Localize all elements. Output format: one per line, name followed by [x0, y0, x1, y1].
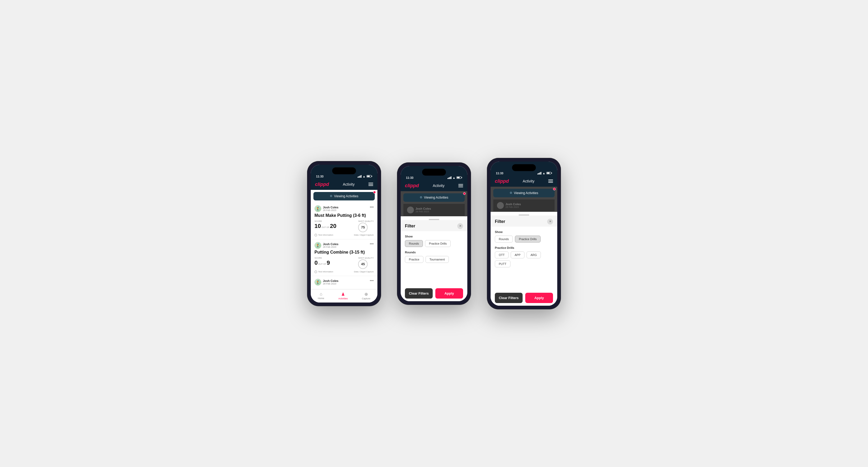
footer-right-1: Data: Clippd Capture: [354, 234, 374, 236]
footer-right-2: Data: Clippd Capture: [354, 271, 374, 273]
scene: 11:33 ▲ clippd: [291, 142, 577, 325]
avatar-1: 🏌: [314, 205, 321, 212]
activity-card-3: 🏌 Josh Coles 28 Feb 2023 •••: [311, 276, 377, 289]
footer-left-2: Test Information: [318, 271, 333, 273]
dynamic-island: [332, 167, 356, 174]
pill-putt-3[interactable]: PUTT: [495, 260, 510, 267]
avatar-figure-1: 🏌: [316, 207, 320, 211]
status-icons-1: ▲: [358, 175, 372, 178]
menu-icon-2[interactable]: [458, 184, 463, 187]
capture-icon: ⊕: [365, 292, 368, 297]
quality-label-1: Shot Quality: [358, 220, 374, 222]
pill-arg-3[interactable]: ARG: [527, 251, 541, 258]
card-title-2: Putting Combine (3-15 ft): [314, 250, 374, 255]
rounds-label-2: Rounds: [405, 251, 463, 254]
nav-title-3: Activity: [523, 179, 534, 183]
user-name-3: Josh Coles: [323, 279, 339, 282]
clear-filters-button-3[interactable]: Clear Filters: [495, 293, 523, 303]
avatar-2: 🏌: [314, 242, 321, 249]
avatar-figure-2: 🏌: [316, 243, 320, 248]
tab-activities[interactable]: ♟ Activities: [338, 292, 348, 300]
pill-rounds-3[interactable]: Rounds: [495, 236, 513, 243]
score-label-1: Score: [314, 220, 336, 222]
more-button-2[interactable]: •••: [370, 242, 374, 246]
quality-badge-1: 75: [358, 223, 368, 232]
pill-ott-3[interactable]: OTT: [495, 251, 508, 258]
close-button-3[interactable]: ✕: [547, 219, 553, 224]
filter-icon-3: ⚙: [509, 191, 512, 195]
card-user-2: 🏌 Josh Coles 28 Feb 2023: [314, 242, 339, 249]
modal-header-2: Filter ✕: [401, 220, 467, 231]
avatar-figure-3: 🏌: [316, 280, 320, 284]
more-button-1[interactable]: •••: [370, 205, 374, 209]
battery-icon-2: [457, 176, 462, 179]
score-value-2: 0: [314, 259, 318, 266]
dynamic-island-3: [512, 164, 536, 171]
notification-dot-2: [463, 192, 466, 195]
activity-card-1: 🏌 Josh Coles 28 Feb 2023 ••• Must Make P…: [311, 203, 377, 239]
banner-text-3: Viewing Activities: [514, 191, 538, 195]
more-button-3[interactable]: •••: [370, 279, 374, 282]
show-label-2: Show: [405, 235, 463, 238]
phone-3: 11:33 ▲ clippd: [487, 158, 561, 309]
apply-button-2[interactable]: Apply: [435, 288, 463, 299]
viewing-banner-1[interactable]: ⚙ Viewing Activities: [313, 192, 375, 200]
avatar-3: 🏌: [314, 279, 321, 286]
pill-rounds-2[interactable]: Rounds: [405, 240, 423, 247]
viewing-banner-3: ⚙ Viewing Activities: [493, 189, 555, 197]
tab-activities-label: Activities: [338, 297, 348, 300]
phone-2: 11:33 ▲ clippd: [397, 162, 471, 305]
wifi-icon-2: ▲: [453, 176, 456, 179]
modal-footer-3: Clear Filters Apply: [491, 293, 557, 303]
time-1: 11:33: [316, 175, 323, 178]
battery-icon-3: [547, 172, 552, 174]
signal-icon: [358, 175, 362, 178]
logo-3: clippd: [495, 179, 509, 184]
menu-icon-1[interactable]: [368, 183, 373, 186]
nav-bar-3: clippd Activity: [491, 176, 557, 187]
menu-icon-3[interactable]: [548, 180, 553, 183]
card-user-3: 🏌 Josh Coles 28 Feb 2023: [314, 279, 339, 286]
drill-options-3: OTT APP ARG PUTT: [495, 251, 553, 267]
nav-bar-1: clippd Activity: [311, 180, 377, 190]
pill-practice-2[interactable]: Practice: [405, 256, 424, 263]
user-name-1: Josh Coles: [323, 206, 339, 209]
filter-icon-2: ⚙: [420, 196, 422, 199]
filter-title-3: Filter: [495, 219, 505, 224]
pill-practice-drills-2[interactable]: Practice Drills: [425, 240, 451, 247]
nav-bar-2: clippd Activity: [401, 181, 467, 191]
drills-label-3: Practice Drills: [495, 246, 553, 249]
show-options-3: Rounds Practice Drills: [495, 236, 553, 243]
user-name-2: Josh Coles: [323, 243, 339, 246]
card-user-1: 🏌 Josh Coles 28 Feb 2023: [314, 205, 339, 212]
score-label-2: Score: [314, 257, 330, 259]
notification-dot-3: [553, 188, 556, 190]
nav-title-1: Activity: [343, 182, 354, 186]
pill-practice-drills-3[interactable]: Practice Drills: [515, 236, 540, 243]
filter-icon-1: ⚙: [330, 194, 333, 198]
quality-badge-2: 45: [358, 259, 368, 269]
time-2: 11:33: [406, 176, 413, 179]
tab-capture[interactable]: ⊕ Capture: [362, 292, 370, 300]
modal-header-3: Filter ✕: [491, 216, 557, 227]
user-date-1: 28 Feb 2023: [323, 209, 339, 212]
pill-tournament-2[interactable]: Tournament: [426, 256, 449, 263]
filter-sheet-2: Filter ✕ Show Rounds Practice Drills Rou…: [401, 219, 467, 301]
quality-label-2: Shot Quality: [358, 257, 374, 259]
user-date-3: 28 Feb 2023: [323, 282, 339, 285]
nav-title-2: Activity: [433, 184, 444, 188]
pill-app-3[interactable]: APP: [511, 251, 524, 258]
tab-home[interactable]: ⌂ Home: [318, 292, 324, 300]
tab-bar-1: ⌂ Home ♟ Activities ⊕ Capture: [311, 289, 377, 303]
apply-button-3[interactable]: Apply: [525, 293, 553, 303]
wifi-icon-3: ▲: [542, 172, 545, 175]
close-button-2[interactable]: ✕: [457, 223, 463, 229]
activities-icon: ♟: [341, 292, 345, 297]
wifi-icon: ▲: [363, 175, 366, 178]
clear-filters-button-2[interactable]: Clear Filters: [405, 288, 433, 299]
status-icons-2: ▲: [447, 176, 462, 179]
activity-card-2: 🏌 Josh Coles 28 Feb 2023 ••• Putting Com…: [311, 239, 377, 276]
modal-footer-2: Clear Filters Apply: [401, 288, 467, 299]
activities-list: 🏌 Josh Coles 28 Feb 2023 ••• Must Make P…: [311, 203, 377, 289]
tab-home-label: Home: [318, 297, 324, 300]
